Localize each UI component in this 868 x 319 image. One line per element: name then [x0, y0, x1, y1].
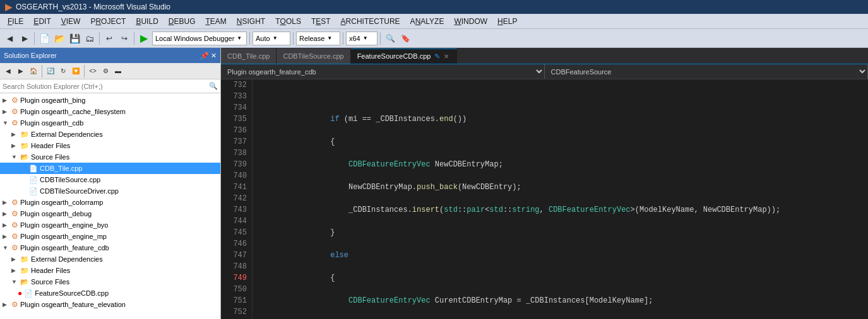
save-button[interactable]: 💾: [68, 32, 81, 45]
undo-button[interactable]: ↩: [102, 32, 116, 45]
config-arrow: ▼: [273, 35, 278, 41]
menu-team[interactable]: TEAM: [200, 14, 231, 28]
se-home-btn[interactable]: 🏠: [28, 66, 39, 77]
tree-item-feature-cdb[interactable]: ▼ ⚙ Plugin osgearth_feature_cdb: [0, 242, 220, 253]
tab-label: FeatureSourceCDB.cpp: [357, 52, 431, 60]
code-line-738: }: [258, 227, 868, 238]
se-refresh-btn[interactable]: ↻: [57, 66, 69, 77]
solution-explorer: Solution Explorer 📌 ✕ ◀ ▶ 🏠 🔄 ↻ 🔽 <> ⚙ ▬…: [0, 48, 221, 319]
tree-label: CDBTileSourceDriver.cpp: [40, 187, 119, 195]
redo-button[interactable]: ↪: [117, 32, 131, 45]
se-back-btn[interactable]: ◀: [3, 66, 14, 77]
menu-edit[interactable]: EDIT: [28, 14, 56, 28]
code-content[interactable]: if (mi == _CDBInstances.end()) { CDBFeat…: [253, 79, 868, 319]
se-filter-btn[interactable]: 🔽: [70, 66, 81, 77]
menu-tools[interactable]: TOOLS: [270, 14, 306, 28]
tree-item-cdbtilesourcedriver[interactable]: 📄 CDBTileSourceDriver.cpp: [0, 185, 220, 197]
menu-window[interactable]: WINDOW: [449, 14, 492, 28]
tree-item-debug[interactable]: ▶ ⚙ Plugin osgearth_debug: [0, 208, 220, 219]
line-numbers: 732 733 734 735 736 737 738 739 740 741 …: [221, 79, 253, 319]
tree-item-featuresourcecdb[interactable]: ● 📄 FeatureSourceCDB.cpp: [0, 287, 220, 299]
tree-label: Header Files: [31, 142, 70, 149]
config-dropdown[interactable]: Auto ▼: [253, 32, 290, 45]
tree-item-cdbtile[interactable]: 📄 CDB_Tile.cpp: [0, 163, 220, 174]
tree-item-plugin-cache[interactable]: ▶ ⚙ Plugin osgearth_cache_filesystem: [0, 106, 220, 117]
se-header: Solution Explorer 📌 ✕: [0, 48, 220, 63]
se-pin-button[interactable]: 📌: [200, 52, 209, 60]
se-close-button[interactable]: ✕: [211, 52, 217, 60]
tree-item-feature-elevation[interactable]: ▶ ⚙ Plugin osgearth_feature_elevation: [0, 299, 220, 310]
tree-item-header-files[interactable]: ▶ 📁 Header Files: [0, 140, 220, 151]
vs-icon: ▶: [5, 2, 12, 12]
menu-nsight[interactable]: NSIGHT: [232, 14, 270, 28]
folder-icon: 📁: [20, 142, 29, 150]
tree-label: Plugin osgearth_feature_elevation: [20, 301, 126, 308]
toolbar-sep-7: [380, 32, 381, 45]
bookmark-button[interactable]: 🔖: [398, 32, 412, 45]
project-icon: ⚙: [11, 119, 18, 127]
tree-item-source-files2[interactable]: ▼ 📂 Source Files: [0, 276, 220, 287]
tree-label: Plugin osgearth_debug: [20, 210, 92, 218]
tab-featuresource[interactable]: FeatureSourceCDB.cpp ✎ ✕: [351, 49, 458, 64]
tree-item-header-files2[interactable]: ▶ 📁 Header Files: [0, 265, 220, 276]
menu-project[interactable]: PROJECT: [85, 14, 131, 28]
menu-debug[interactable]: DEBUG: [163, 14, 201, 28]
se-toolbar: ◀ ▶ 🏠 🔄 ↻ 🔽 <> ⚙ ▬: [0, 63, 220, 79]
se-forward-btn[interactable]: ▶: [15, 66, 27, 77]
code-line-737: _CDBInstances.insert(std::pair<std::stri…: [258, 204, 868, 216]
expand-icon: ▶: [3, 199, 11, 206]
expand-icon: ▼: [11, 154, 20, 160]
expand-icon: ▶: [3, 97, 11, 103]
tree-label: Plugin osgearth_feature_cdb: [20, 244, 109, 252]
se-show-all-btn[interactable]: <>: [87, 66, 98, 77]
tree-item-ext-deps2[interactable]: ▶ 📁 External Dependencies: [0, 253, 220, 265]
menu-build[interactable]: BUILD: [131, 14, 163, 28]
line-740: 740: [226, 170, 247, 182]
tree-item-ext-deps[interactable]: ▶ 📁 External Dependencies: [0, 129, 220, 140]
new-project-button[interactable]: 📄: [37, 32, 51, 45]
code-line-733: if (mi == _CDBInstances.end()): [258, 113, 868, 125]
editor-area: CDB_Tile.cpp CDBTileSource.cpp FeatureSo…: [221, 48, 868, 319]
tree-item-engine-byo[interactable]: ▶ ⚙ Plugin osgearth_engine_byo: [0, 219, 220, 231]
start-debug-button[interactable]: ▶: [137, 32, 151, 45]
line-734: 734: [226, 102, 247, 113]
back-button[interactable]: ◀: [3, 32, 16, 45]
debug-dropdown-label: Local Windows Debugger: [155, 35, 234, 42]
platform-dropdown[interactable]: x64 ▼: [346, 32, 378, 45]
class-dropdown[interactable]: Plugin osgearth_feature_cdb: [221, 64, 545, 79]
tree-item-cdbtilesource[interactable]: 📄 CDBTileSource.cpp: [0, 174, 220, 185]
open-button[interactable]: 📂: [52, 32, 66, 45]
line-737: 737: [226, 136, 247, 148]
menu-analyze[interactable]: ANALYZE: [405, 14, 449, 28]
project-icon: ⚙: [11, 300, 18, 309]
se-minus-btn[interactable]: ▬: [112, 66, 124, 77]
code-line-740: {: [258, 272, 868, 284]
menu-view[interactable]: VIEW: [56, 14, 86, 28]
se-props-btn[interactable]: ⚙: [100, 66, 111, 77]
menu-architecture[interactable]: ARCHITECTURE: [336, 14, 405, 28]
menu-file[interactable]: FILE: [3, 14, 28, 28]
expand-icon: ▶: [3, 108, 11, 115]
release-dropdown[interactable]: Release ▼: [296, 32, 340, 45]
tab-cdbtile[interactable]: CDB_Tile.cpp: [221, 49, 276, 64]
tree-item-engine-mp[interactable]: ▶ ⚙ Plugin osgearth_engine_mp: [0, 231, 220, 242]
tree-item-source-files[interactable]: ▼ 📂 Source Files: [0, 151, 220, 163]
tab-close-button[interactable]: ✕: [443, 53, 450, 60]
menu-help[interactable]: HELP: [492, 14, 522, 28]
save-all-button[interactable]: 🗂: [83, 32, 97, 45]
menu-test[interactable]: TEST: [306, 14, 336, 28]
tab-cdbtilesource[interactable]: CDBTileSource.cpp: [276, 49, 350, 64]
member-dropdown[interactable]: CDBFeatureSource: [545, 64, 869, 79]
tree-item-plugin-bing[interactable]: ▶ ⚙ Plugin osgearth_bing: [0, 95, 220, 106]
se-search-input[interactable]: [3, 83, 209, 90]
forward-button[interactable]: ▶: [18, 32, 32, 45]
find-button[interactable]: 🔍: [383, 32, 397, 45]
line-749: 749: [226, 272, 247, 284]
expand-icon: ▶: [3, 222, 11, 228]
tree-item-plugin-cdb[interactable]: ▼ ⚙ Plugin osgearth_cdb: [0, 117, 220, 129]
line-746: 746: [226, 238, 247, 250]
line-742: 742: [226, 193, 247, 204]
debug-dropdown[interactable]: Local Windows Debugger ▼: [152, 32, 247, 45]
se-sync-btn[interactable]: 🔄: [45, 66, 56, 77]
tree-item-colorramp[interactable]: ▶ ⚙ Plugin osgearth_colorramp: [0, 197, 220, 208]
